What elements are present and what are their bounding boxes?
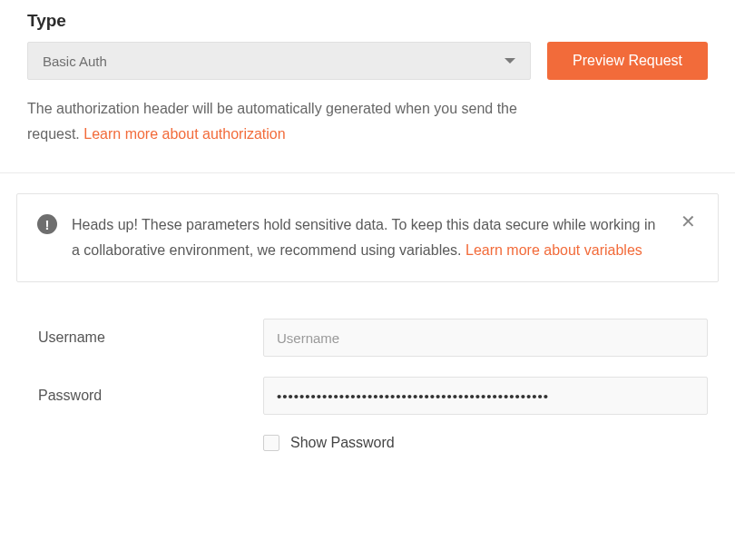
show-password-row: Show Password [263, 435, 708, 451]
warning-text: Heads up! These parameters hold sensitiv… [72, 212, 664, 263]
show-password-checkbox[interactable] [263, 435, 279, 451]
password-label: Password [38, 388, 263, 404]
credentials-form: Username Password Show Password [27, 319, 708, 451]
preview-request-button[interactable]: Preview Request [547, 42, 708, 80]
section-title: Type [27, 11, 708, 31]
learn-more-authorization-link[interactable]: Learn more about authorization [83, 126, 285, 142]
chevron-down-icon [505, 58, 515, 64]
warning-banner: ! Heads up! These parameters hold sensit… [16, 193, 719, 282]
password-input[interactable] [263, 377, 708, 415]
divider [0, 172, 735, 173]
password-row: Password [38, 377, 708, 415]
warning-prefix: Heads up! [72, 217, 138, 232]
auth-type-select[interactable]: Basic Auth [27, 42, 531, 80]
auth-description: The authorization header will be automat… [27, 96, 517, 147]
warning-icon: ! [37, 214, 57, 234]
username-row: Username [38, 319, 708, 357]
auth-type-selected-value: Basic Auth [43, 54, 107, 69]
type-row: Basic Auth Preview Request [27, 42, 708, 80]
username-label: Username [38, 329, 263, 346]
close-icon[interactable]: ✕ [679, 212, 698, 231]
username-input[interactable] [263, 319, 708, 357]
show-password-label[interactable]: Show Password [290, 435, 395, 451]
learn-more-variables-link[interactable]: Learn more about variables [466, 242, 642, 258]
